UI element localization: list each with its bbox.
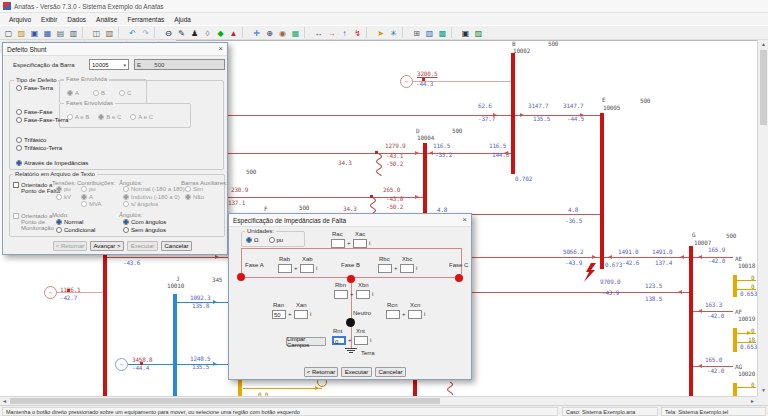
fase-b-node[interactable] [347, 275, 355, 283]
bus-bar[interactable] [511, 53, 515, 174]
bus-bar[interactable] [600, 113, 604, 269]
generator-icon[interactable]: ~ [115, 358, 128, 371]
retornar-button[interactable]: < Retornar [304, 367, 338, 377]
menu-item-exibir[interactable]: Exibir [36, 16, 62, 23]
link-icon[interactable]: ⊞ [411, 27, 423, 38]
paste-icon[interactable]: ▧ [104, 27, 116, 38]
generator-icon[interactable]: ~ [400, 75, 413, 88]
vertical-scrollbar[interactable]: ▲ ▼ [757, 40, 768, 396]
redo-icon[interactable]: ↷ [140, 27, 152, 38]
radio-s-angulos[interactable]: s/ ângulos [123, 201, 185, 207]
field-x-an[interactable] [294, 310, 308, 319]
select-icon[interactable]: ➤ [375, 27, 387, 38]
layers-icon[interactable]: ▦ [290, 27, 302, 38]
retornar-button[interactable]: < Retornar [53, 241, 87, 251]
field-r-ab[interactable] [278, 264, 292, 273]
radio-normal-180-a-180[interactable]: Normal (-180 a 180) [123, 186, 185, 192]
undo-icon[interactable]: ↶ [127, 27, 139, 38]
tie-line-icon[interactable]: ↔ [313, 27, 325, 38]
radio-fase-fase[interactable]: Fase-Fase [16, 109, 53, 115]
field-x-cn[interactable] [408, 310, 422, 319]
radio-normal[interactable]: Normal [56, 219, 95, 225]
cancelar-button[interactable]: Cancelar [161, 241, 192, 251]
field-r-ac[interactable] [331, 239, 345, 248]
print-preview-icon[interactable]: ▥ [68, 27, 80, 38]
bus-bar[interactable] [173, 294, 177, 396]
bus-bar[interactable] [733, 328, 737, 352]
vertical-scroll-thumb[interactable] [760, 50, 767, 125]
refresh-icon[interactable]: ✳ [388, 27, 400, 38]
radio-a[interactable]: A [81, 194, 102, 200]
cancelar-button[interactable]: Cancelar [375, 367, 406, 377]
menu-item-ajuda[interactable]: Ajuda [169, 16, 196, 23]
info-icon[interactable]: Θ [163, 27, 175, 38]
field-x-bc[interactable] [400, 264, 414, 273]
radio-pu[interactable]: pu [56, 186, 71, 192]
checkbox-orientado-falta[interactable] [13, 182, 19, 188]
fase-a-node[interactable] [237, 273, 245, 281]
open-folder-icon[interactable]: ▨ [16, 27, 28, 38]
fase-c-node[interactable] [455, 274, 463, 282]
bus-bar[interactable] [733, 275, 737, 297]
radio-fase-terra[interactable]: Fase-Terra [16, 85, 53, 91]
close-icon[interactable]: × [462, 215, 467, 225]
radio-kv[interactable]: kV [56, 194, 71, 200]
fault-bolt-icon[interactable]: ↯ [352, 27, 364, 38]
field-x-ac[interactable] [353, 239, 367, 248]
menu-item-analise[interactable]: Análise [91, 16, 122, 23]
radio-sem-angulos[interactable]: Sem ângulos [123, 227, 166, 233]
save-icon[interactable]: ▣ [29, 27, 41, 38]
edit-icon[interactable]: ✎ [176, 27, 188, 38]
validate-icon[interactable]: ◆ [215, 27, 227, 38]
bus-bar[interactable] [689, 246, 693, 396]
print-icon[interactable]: ▤ [55, 27, 67, 38]
report-icon[interactable]: ▨ [473, 27, 485, 38]
neutro-node[interactable] [346, 318, 355, 327]
field-x-bn[interactable] [356, 290, 370, 299]
field-x-ab[interactable] [300, 264, 314, 273]
user-icon[interactable]: ♟ [189, 27, 201, 38]
radio-mva[interactable]: MVA [81, 201, 102, 207]
radio-indutivo-180-a-0[interactable]: Indutivo (-180 a 0) [123, 194, 185, 200]
field-r-cn[interactable] [386, 310, 400, 319]
bus-bar[interactable] [423, 143, 427, 217]
zoom-icon[interactable]: ⊕ [264, 27, 276, 38]
radio-[interactable]: Ω [246, 237, 259, 243]
close-icon[interactable]: × [218, 44, 223, 54]
radio-b-e-c[interactable]: B e C [98, 114, 121, 120]
warning-icon[interactable]: ▲ [228, 27, 240, 38]
radio-atraves-impedancias[interactable]: Através de Impedâncias [16, 160, 88, 166]
screen-icon[interactable]: ▩ [437, 27, 449, 38]
field-x-nt[interactable] [354, 336, 368, 345]
menu-item-arquivo[interactable]: Arquivo [4, 16, 36, 23]
radio-condicional[interactable]: Condicional [56, 227, 95, 233]
field-r-bn[interactable] [334, 290, 348, 299]
new-file-icon[interactable]: ▢ [3, 27, 15, 38]
bus-number-combo[interactable]: 10005 ▾ [89, 59, 129, 70]
chevron-down-icon[interactable]: ▾ [123, 62, 126, 68]
radio-c[interactable]: C [119, 90, 131, 96]
checkbox-orientado-monitoracao[interactable] [13, 213, 19, 219]
radio-com-angulos[interactable]: Com ângulos [123, 219, 166, 225]
branch-icon[interactable]: → [326, 27, 338, 38]
radio-a-e-b[interactable]: A e B [67, 114, 89, 120]
save-as-icon[interactable]: ▦ [42, 27, 54, 38]
monitor-icon[interactable]: ▣ [460, 27, 472, 38]
executar-button[interactable]: Executar [127, 241, 158, 251]
field-r-bc[interactable] [378, 264, 392, 273]
horizontal-scrollbar[interactable]: ◄ ► [0, 396, 757, 405]
limpar-campos-button[interactable]: Limpar Campos [286, 337, 326, 346]
avancar-button[interactable]: Avançar > [90, 241, 124, 251]
radio-trifasico[interactable]: Trifásico [16, 137, 46, 143]
bus-bar[interactable] [733, 383, 737, 396]
bus-bar[interactable] [413, 380, 417, 396]
radio-b[interactable]: B [93, 90, 105, 96]
radio-trifasico-terra[interactable]: Trifásico-Terra [16, 145, 62, 151]
horizontal-scroll-thumb[interactable] [10, 398, 440, 404]
pan-icon[interactable]: ◉ [277, 27, 289, 38]
fault-dialog-titlebar[interactable]: Defeito Shunt × [3, 43, 227, 56]
group-icon[interactable]: ▧ [424, 27, 436, 38]
impedance-dialog-titlebar[interactable]: Especificação de Impedâncias de Falta × [229, 214, 471, 227]
field-r-an[interactable]: 50 [272, 310, 286, 319]
menu-item-dados[interactable]: Dados [62, 16, 91, 23]
